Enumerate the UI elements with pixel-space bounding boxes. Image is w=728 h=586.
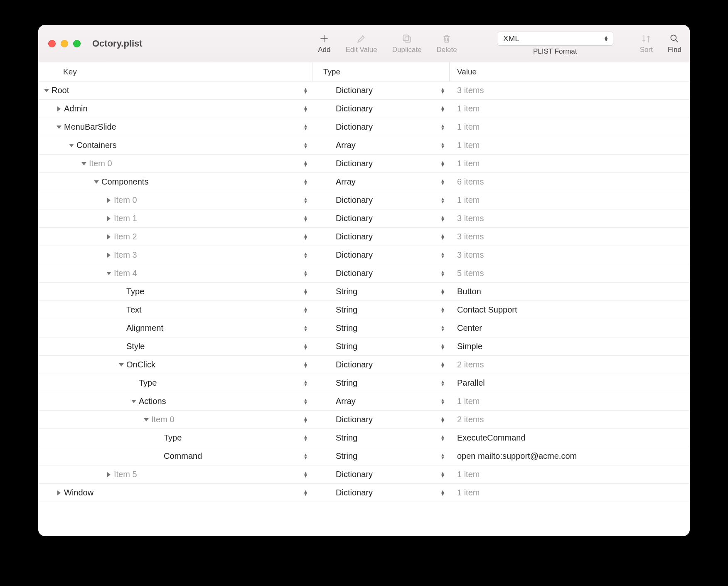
add-button[interactable]: Add	[318, 33, 330, 54]
value-stepper-icon[interactable]: ▲▼	[440, 106, 445, 112]
type-stepper-icon[interactable]: ▲▼	[303, 417, 308, 423]
value-stepper-icon[interactable]: ▲▼	[440, 124, 445, 130]
type-stepper-icon[interactable]: ▲▼	[303, 197, 308, 203]
table-row[interactable]: Root▲▼Dictionary▲▼3 items	[38, 81, 690, 100]
value-stepper-icon[interactable]: ▲▼	[440, 252, 445, 258]
row-type[interactable]: Dictionary	[336, 415, 373, 424]
table-row[interactable]: Item 4▲▼Dictionary▲▼5 items	[38, 264, 690, 283]
table-row[interactable]: Components▲▼Array▲▼6 items	[38, 173, 690, 191]
table-row[interactable]: Window▲▼Dictionary▲▼1 item	[38, 484, 690, 502]
row-type[interactable]: String	[336, 451, 357, 461]
type-stepper-icon[interactable]: ▲▼	[303, 252, 308, 258]
type-stepper-icon[interactable]: ▲▼	[303, 453, 308, 459]
table-row[interactable]: Type▲▼String▲▼ExecuteCommand	[38, 429, 690, 447]
type-stepper-icon[interactable]: ▲▼	[303, 472, 308, 478]
type-stepper-icon[interactable]: ▲▼	[303, 179, 308, 185]
find-button[interactable]: Find	[668, 33, 681, 54]
type-stepper-icon[interactable]: ▲▼	[303, 344, 308, 350]
type-stepper-icon[interactable]: ▲▼	[303, 143, 308, 148]
header-value[interactable]: Value	[450, 62, 690, 81]
value-stepper-icon[interactable]: ▲▼	[440, 417, 445, 423]
table-row[interactable]: Alignment▲▼String▲▼Center	[38, 319, 690, 337]
row-value[interactable]: Simple	[457, 342, 482, 351]
edit-value-button[interactable]: Edit Value	[345, 33, 377, 54]
plist-tree[interactable]: Root▲▼Dictionary▲▼3 itemsAdmin▲▼Dictiona…	[38, 81, 690, 536]
disclosure-triangle-icon[interactable]	[81, 162, 86, 165]
sort-button[interactable]: Sort	[640, 33, 653, 54]
header-type[interactable]: Type	[312, 62, 450, 81]
row-type[interactable]: Dictionary	[336, 250, 373, 260]
table-row[interactable]: Item 2▲▼Dictionary▲▼3 items	[38, 228, 690, 246]
row-type[interactable]: String	[336, 287, 357, 296]
disclosure-triangle-icon[interactable]	[94, 180, 99, 184]
row-type[interactable]: String	[336, 342, 357, 351]
type-stepper-icon[interactable]: ▲▼	[303, 380, 308, 386]
disclosure-triangle-icon[interactable]	[57, 126, 61, 129]
row-type[interactable]: Dictionary	[336, 159, 373, 168]
value-stepper-icon[interactable]: ▲▼	[440, 289, 445, 295]
value-stepper-icon[interactable]: ▲▼	[440, 307, 445, 313]
row-type[interactable]: Dictionary	[336, 86, 373, 95]
type-stepper-icon[interactable]: ▲▼	[303, 124, 308, 130]
type-stepper-icon[interactable]: ▲▼	[303, 325, 308, 331]
disclosure-triangle-icon[interactable]	[131, 400, 136, 403]
table-row[interactable]: Item 0▲▼Dictionary▲▼1 item	[38, 155, 690, 173]
type-stepper-icon[interactable]: ▲▼	[303, 399, 308, 404]
value-stepper-icon[interactable]: ▲▼	[440, 472, 445, 478]
type-stepper-icon[interactable]: ▲▼	[303, 490, 308, 496]
table-row[interactable]: Item 1▲▼Dictionary▲▼3 items	[38, 209, 690, 228]
type-stepper-icon[interactable]: ▲▼	[303, 106, 308, 112]
row-type[interactable]: String	[336, 378, 357, 388]
value-stepper-icon[interactable]: ▲▼	[440, 179, 445, 185]
type-stepper-icon[interactable]: ▲▼	[303, 216, 308, 222]
table-row[interactable]: MenuBarSlide▲▼Dictionary▲▼1 item	[38, 118, 690, 136]
table-row[interactable]: Item 0▲▼Dictionary▲▼2 items	[38, 411, 690, 429]
disclosure-triangle-icon[interactable]	[119, 363, 124, 367]
row-type[interactable]: Dictionary	[336, 360, 373, 369]
row-type[interactable]: Dictionary	[336, 122, 373, 132]
value-stepper-icon[interactable]: ▲▼	[440, 161, 445, 167]
table-row[interactable]: Text▲▼String▲▼Contact Support	[38, 301, 690, 319]
value-stepper-icon[interactable]: ▲▼	[440, 143, 445, 148]
value-stepper-icon[interactable]: ▲▼	[440, 216, 445, 222]
row-type[interactable]: String	[336, 323, 357, 333]
zoom-window-button[interactable]	[73, 40, 81, 47]
table-row[interactable]: Type▲▼String▲▼Parallel	[38, 374, 690, 392]
disclosure-triangle-icon[interactable]	[106, 272, 111, 275]
delete-button[interactable]: Delete	[437, 33, 457, 54]
value-stepper-icon[interactable]: ▲▼	[440, 435, 445, 441]
table-row[interactable]: Command▲▼String▲▼open mailto:support@acm…	[38, 447, 690, 465]
type-stepper-icon[interactable]: ▲▼	[303, 362, 308, 368]
row-type[interactable]: Array	[336, 177, 356, 187]
disclosure-triangle-icon[interactable]	[57, 106, 61, 111]
disclosure-triangle-icon[interactable]	[57, 490, 61, 495]
table-row[interactable]: Item 0▲▼Dictionary▲▼1 item	[38, 191, 690, 209]
row-type[interactable]: Dictionary	[336, 470, 373, 479]
value-stepper-icon[interactable]: ▲▼	[440, 399, 445, 404]
table-row[interactable]: OnClick▲▼Dictionary▲▼2 items	[38, 356, 690, 374]
value-stepper-icon[interactable]: ▲▼	[440, 271, 445, 276]
row-value[interactable]: ExecuteCommand	[457, 433, 526, 443]
value-stepper-icon[interactable]: ▲▼	[440, 325, 445, 331]
type-stepper-icon[interactable]: ▲▼	[303, 271, 308, 276]
value-stepper-icon[interactable]: ▲▼	[440, 453, 445, 459]
row-type[interactable]: Dictionary	[336, 104, 373, 113]
type-stepper-icon[interactable]: ▲▼	[303, 234, 308, 240]
row-value[interactable]: Button	[457, 287, 481, 296]
value-stepper-icon[interactable]: ▲▼	[440, 490, 445, 496]
row-type[interactable]: String	[336, 433, 357, 443]
close-window-button[interactable]	[48, 40, 56, 47]
header-key[interactable]: Key	[38, 62, 312, 81]
row-value[interactable]: Parallel	[457, 378, 485, 388]
value-stepper-icon[interactable]: ▲▼	[440, 234, 445, 240]
row-value[interactable]: Center	[457, 323, 482, 333]
type-stepper-icon[interactable]: ▲▼	[303, 161, 308, 167]
type-stepper-icon[interactable]: ▲▼	[303, 289, 308, 295]
row-type[interactable]: Dictionary	[336, 488, 373, 497]
value-stepper-icon[interactable]: ▲▼	[440, 344, 445, 350]
value-stepper-icon[interactable]: ▲▼	[440, 197, 445, 203]
disclosure-triangle-icon[interactable]	[107, 198, 111, 203]
row-type[interactable]: Dictionary	[336, 232, 373, 241]
row-value[interactable]: Contact Support	[457, 305, 517, 315]
table-row[interactable]: Item 3▲▼Dictionary▲▼3 items	[38, 246, 690, 264]
